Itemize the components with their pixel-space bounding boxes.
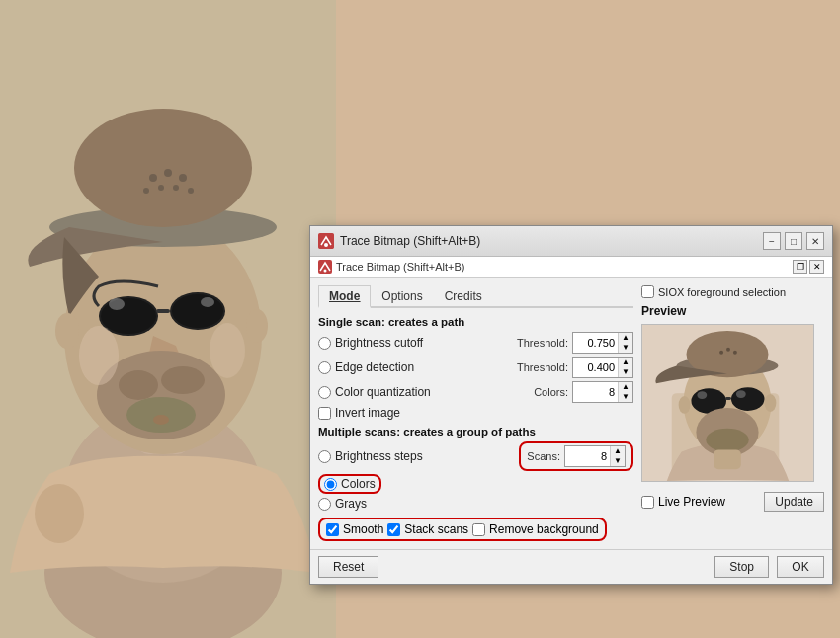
invert-image-row: Invert image: [318, 406, 633, 420]
scans-highlight: Scans: ▲ ▼: [519, 441, 633, 471]
scans-up-arrow[interactable]: ▲: [611, 446, 625, 456]
scans-spinbox: ▲ ▼: [564, 445, 626, 467]
smooth-checkbox[interactable]: [326, 523, 339, 536]
reset-button[interactable]: Reset: [318, 556, 378, 578]
svg-point-46: [706, 429, 748, 452]
inner-restore-button[interactable]: ❐: [793, 260, 807, 274]
colors-multi-row: Colors: [318, 474, 633, 494]
edge-detection-radio[interactable]: [318, 361, 331, 374]
inner-title-bar: Trace Bitmap (Shift+Alt+B) ❐ ✕: [310, 257, 832, 278]
tabs: Mode Options Credits: [318, 285, 633, 308]
svg-rect-42: [725, 397, 731, 400]
edge-detection-label[interactable]: Edge detection: [335, 360, 414, 374]
svg-point-27: [158, 185, 164, 191]
colors-highlight: Colors: [318, 474, 381, 494]
svg-point-18: [55, 313, 79, 349]
threshold1-label: Threshold:: [517, 337, 568, 349]
threshold1-input[interactable]: [573, 336, 618, 350]
stack-scans-checkbox[interactable]: [387, 523, 400, 536]
svg-point-12: [109, 298, 125, 310]
svg-point-24: [164, 169, 172, 177]
grays-row: Grays: [318, 497, 633, 511]
tab-credits[interactable]: Credits: [434, 285, 493, 306]
threshold2-label: Threshold:: [517, 361, 568, 373]
svg-rect-11: [156, 309, 170, 313]
dialog-title: Trace Bitmap (Shift+Alt+B): [340, 234, 480, 248]
brightness-steps-row: Brightness steps: [318, 449, 423, 463]
colors-input[interactable]: [573, 385, 618, 399]
remove-background-label[interactable]: Remove background: [489, 522, 599, 536]
svg-point-48: [679, 396, 691, 414]
svg-point-41: [731, 387, 765, 411]
svg-point-43: [697, 391, 707, 399]
single-scan-section: Single scan: creates a path Brightness c…: [318, 316, 633, 420]
threshold2-spinbox: ▲ ▼: [572, 357, 633, 378]
title-bar-controls: − □ ✕: [763, 232, 824, 250]
brightness-steps-radio[interactable]: [318, 450, 331, 463]
colors-radio[interactable]: [324, 478, 337, 491]
siox-row: SIOX foreground selection: [641, 285, 824, 298]
title-bar: Trace Bitmap (Shift+Alt+B) − □ ✕: [310, 226, 832, 257]
live-preview-checkbox[interactable]: [641, 496, 654, 509]
inner-close-button[interactable]: ✕: [809, 260, 824, 274]
svg-point-6: [74, 109, 252, 227]
siox-label[interactable]: SIOX foreground selection: [658, 286, 786, 298]
svg-point-32: [324, 243, 328, 247]
preview-label: Preview: [641, 304, 824, 318]
threshold1-down-arrow[interactable]: ▼: [619, 343, 632, 353]
bottom-checks-highlight: Smooth Stack scans Remove background: [318, 518, 607, 541]
colors-label: Colors:: [534, 386, 568, 398]
svg-point-21: [79, 326, 119, 385]
colors-up-arrow[interactable]: ▲: [619, 382, 632, 392]
threshold1-up-arrow[interactable]: ▲: [619, 333, 632, 343]
color-quantization-row: Color quantization: [318, 385, 431, 399]
colors-spinbox: ▲ ▼: [572, 381, 633, 403]
live-preview-label[interactable]: Live Preview: [658, 495, 725, 509]
threshold1-spinbox: ▲ ▼: [572, 332, 633, 354]
grays-radio[interactable]: [318, 498, 331, 511]
brightness-cutoff-label[interactable]: Brightness cutoff: [335, 336, 423, 350]
brightness-steps-label[interactable]: Brightness steps: [335, 449, 423, 463]
right-panel: SIOX foreground selection Preview: [641, 285, 824, 541]
ok-button[interactable]: OK: [777, 556, 824, 578]
tab-options[interactable]: Options: [371, 285, 433, 306]
svg-point-26: [143, 188, 149, 194]
invert-image-checkbox[interactable]: [318, 407, 331, 420]
colors-down-arrow[interactable]: ▼: [619, 392, 632, 402]
svg-point-34: [324, 270, 327, 273]
update-button[interactable]: Update: [764, 492, 824, 512]
svg-point-13: [201, 297, 214, 307]
colors-multi-label[interactable]: Colors: [341, 477, 376, 491]
siox-checkbox[interactable]: [641, 285, 654, 298]
threshold1-row: Threshold: ▲ ▼: [517, 332, 633, 354]
dialog-footer: Reset Stop OK: [310, 549, 832, 584]
scans-down-arrow[interactable]: ▼: [611, 456, 625, 466]
svg-point-50: [719, 351, 723, 355]
colors-row: Colors: ▲ ▼: [534, 381, 633, 403]
brightness-cutoff-row: Brightness cutoff: [318, 336, 423, 350]
threshold2-input[interactable]: [573, 360, 618, 374]
threshold2-up-arrow[interactable]: ▲: [619, 358, 632, 367]
close-button[interactable]: ✕: [806, 232, 824, 250]
multiple-scans-label: Multiple scans: creates a group of paths: [318, 426, 633, 438]
smooth-label[interactable]: Smooth: [343, 522, 383, 536]
maximize-button[interactable]: □: [785, 232, 802, 250]
scans-input[interactable]: [565, 449, 610, 463]
threshold2-down-arrow[interactable]: ▼: [619, 367, 632, 377]
color-quantization-label[interactable]: Color quantization: [335, 385, 431, 399]
brightness-cutoff-radio[interactable]: [318, 337, 331, 350]
stop-button[interactable]: Stop: [714, 556, 769, 578]
stack-scans-label[interactable]: Stack scans: [404, 522, 468, 536]
scans-label: Scans:: [527, 450, 560, 462]
tab-mode[interactable]: Mode: [318, 285, 371, 308]
remove-background-checkbox[interactable]: [472, 523, 485, 536]
svg-point-49: [765, 394, 777, 412]
grays-label[interactable]: Grays: [335, 497, 367, 511]
svg-rect-47: [714, 449, 741, 469]
single-scan-label: Single scan: creates a path: [318, 316, 633, 328]
minimize-button[interactable]: −: [763, 232, 781, 250]
color-quantization-radio[interactable]: [318, 386, 331, 399]
live-preview-row: Live Preview Update: [641, 492, 824, 512]
invert-image-label[interactable]: Invert image: [335, 406, 400, 420]
svg-point-30: [153, 415, 169, 425]
